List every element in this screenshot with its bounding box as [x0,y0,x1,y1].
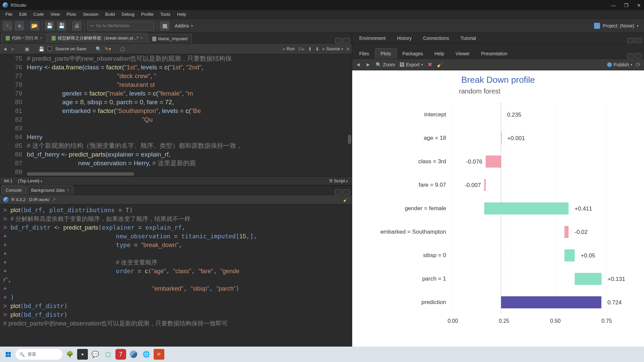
open-file-button[interactable]: 📂▾ [30,21,39,31]
wand-button[interactable]: ✎▾ [105,46,111,52]
rerun-button[interactable]: ↻▸ [298,46,305,52]
project-menu[interactable]: Project: (None) ▾ [594,23,641,29]
clear-console-button[interactable]: 🧹 [343,197,348,202]
tab-viewer[interactable]: Viewer [450,48,476,59]
forward-button[interactable]: ► [11,46,15,52]
close-icon[interactable]: × [40,36,42,41]
next-plot-button[interactable]: ► [366,62,371,68]
menu-edit[interactable]: Edit [16,11,29,17]
export-button[interactable]: 🖼Export▾ [399,62,423,67]
maximize-pane-button[interactable] [343,189,350,195]
taskbar-powerpoint[interactable]: P [154,349,164,360]
code-editor[interactable]: 7576777879808182838485868788 # predict_p… [0,54,352,176]
minimize-pane-button[interactable] [335,189,342,195]
menu-code[interactable]: Code [31,11,46,17]
show-in-new-window-button[interactable]: ▣ [25,46,29,52]
svg-text:fare = 9.07: fare = 9.07 [419,182,446,188]
save-button[interactable]: 💾 [45,21,54,31]
tab-tutorial[interactable]: Tutorial [455,33,482,43]
minimize-pane-button[interactable] [627,53,634,59]
close-icon[interactable]: × [141,36,143,41]
zoom-button[interactable]: 🔍Zoom [376,62,395,67]
menu-session[interactable]: Session [80,11,101,17]
start-button[interactable] [3,349,13,360]
up-button[interactable]: ⬆ [308,46,312,52]
console-tab[interactable]: Console [1,185,26,195]
addins-menu[interactable]: Addins▾ [172,23,196,28]
outline-button[interactable]: ≡ [346,46,349,52]
vertical-scrollbar[interactable] [348,135,351,144]
taskbar-app-1[interactable]: 🌳 [64,349,75,360]
maximize-button[interactable]: ❐ [624,3,629,7]
tab-environment[interactable]: Environment [354,33,391,43]
background-jobs-tab[interactable]: Background Jobs× [27,185,73,195]
clear-plots-button[interactable]: 🧹 [437,61,443,68]
editor-tab-0[interactable]: 代码一万行.R× [1,33,47,43]
new-file-button[interactable]: ＋▾ [3,21,12,31]
maximize-pane-button[interactable] [635,53,642,59]
taskbar-rstudio[interactable] [128,349,139,360]
menu-plots[interactable]: Plots [64,11,79,17]
console-output[interactable]: > plot(bd_rf, plot_distributions = T) > … [0,204,352,347]
editor-tabs: 代码一万行.R× 模型解释之分解解释图（break-down pl...*× t… [0,33,352,44]
close-icon[interactable]: × [67,188,69,193]
save-all-button[interactable]: 💾 [57,21,66,31]
menu-file[interactable]: File [3,11,15,17]
compile-button[interactable]: ▢ [120,46,125,52]
editor-tab-2[interactable]: titanic_imputed [148,34,192,43]
publish-icon [607,62,612,67]
code-content[interactable]: # predict_parts中的new_observation也可以是新的观测… [27,54,352,176]
taskbar-app-5[interactable]: 7 [115,349,126,360]
new-project-button[interactable]: ◈▾ [15,21,24,31]
tab-packages[interactable]: Packages [397,48,429,59]
tab-connections[interactable]: Connections [417,33,455,43]
run-button[interactable]: ▸Run [283,46,295,51]
editor-tab-1[interactable]: 模型解释之分解解释图（break-down pl...*× [47,33,147,43]
popout-icon[interactable]: ↗ [52,197,56,202]
save-file-button[interactable]: 💾 [39,46,44,52]
taskbar-wechat[interactable]: 💬 [90,349,101,360]
goto-file-input[interactable]: ↪Go to file/function [87,21,154,31]
maximize-pane-button[interactable] [635,38,642,43]
tab-plots[interactable]: Plots [375,48,397,59]
taskbar-chrome[interactable]: 🌐 [141,349,152,360]
scope-selector[interactable]: (Top Level) ▾ [18,178,42,183]
taskbar-search[interactable]: 🔍搜索 [15,349,62,360]
prev-plot-button[interactable]: ◄ [356,62,361,68]
print-button[interactable]: 🖨 [72,21,82,31]
tab-help[interactable]: Help [429,48,450,59]
refresh-button[interactable]: ⟳ [636,61,641,68]
svg-rect-29 [565,249,575,261]
source-on-save-checkbox[interactable] [48,47,52,51]
maximize-pane-button[interactable] [343,38,350,43]
svg-text:gender = female: gender = female [405,205,446,212]
menu-help[interactable]: Help [174,11,189,17]
horizontal-scrollbar[interactable] [27,172,134,176]
window-title: RStudio [11,3,26,8]
publish-button[interactable]: Publish▾ [607,62,632,67]
menu-debug[interactable]: Debug [119,11,137,17]
taskbar-app-4[interactable]: ▢ [103,349,113,360]
minimize-pane-button[interactable] [627,38,634,43]
tab-presentation[interactable]: Presentation [476,48,514,59]
menu-view[interactable]: View [48,11,62,17]
source-button[interactable]: ▸Source▾ [323,46,343,51]
close-button[interactable]: ✕ [637,3,641,7]
menu-profile[interactable]: Profile [139,11,156,17]
grid-button[interactable]: ▦▾ [160,21,169,31]
tab-history[interactable]: History [391,33,418,43]
menu-tools[interactable]: Tools [158,11,173,17]
svg-text:+0.131: +0.131 [608,276,625,282]
svg-text:+0.001: +0.001 [507,135,525,141]
editor-statusbar: 84:1 (Top Level) ▾ R Script ▾ [0,176,352,185]
taskbar-app-2[interactable]: ▪ [77,349,88,360]
minimize-button[interactable]: — [611,3,616,7]
back-button[interactable]: ◄ [3,46,7,52]
tab-files[interactable]: Files [354,48,375,59]
menu-build[interactable]: Build [103,11,118,17]
remove-plot-button[interactable]: ✖ [428,61,432,68]
file-type-selector[interactable]: R Script ▾ [329,178,348,183]
minimize-pane-button[interactable] [335,38,342,43]
down-button[interactable]: ⬇ [315,46,319,52]
find-button[interactable]: 🔍 [96,46,101,52]
